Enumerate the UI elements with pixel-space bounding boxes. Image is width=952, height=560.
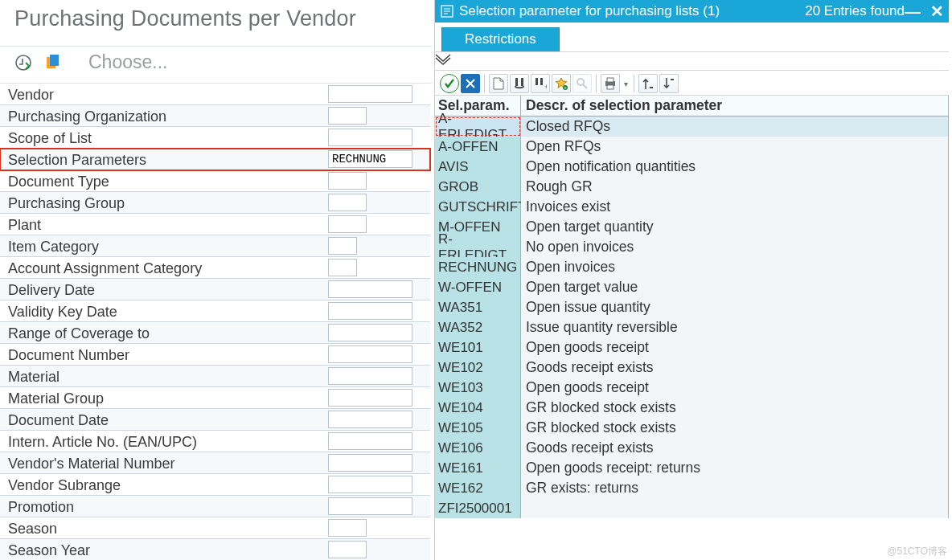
form-row: Delivery Date xyxy=(0,279,430,300)
form-label: Range of Coverage to xyxy=(0,324,328,342)
search-help-icon xyxy=(440,4,454,18)
svg-rect-6 xyxy=(536,78,538,85)
table-row[interactable]: WE161Open goods receipt: returns xyxy=(435,458,949,478)
svg-text:+: + xyxy=(544,83,547,90)
form-label: Delivery Date xyxy=(0,280,328,299)
form-input[interactable] xyxy=(328,476,412,493)
restrictions-hide-handle[interactable] xyxy=(435,52,949,65)
table-row[interactable]: A-ERLEDIGTClosed RFQs xyxy=(435,116,949,137)
page-title: Purchasing Documents per Vendor xyxy=(0,0,432,46)
variant-icon[interactable] xyxy=(43,54,61,72)
form-input-wrap xyxy=(328,300,425,321)
find-icon[interactable] xyxy=(510,74,529,93)
form-label: Document Type xyxy=(0,172,328,190)
table-row[interactable]: RECHNUNGOpen invoices xyxy=(435,257,949,277)
form-input[interactable] xyxy=(328,280,412,298)
form-row: Plant xyxy=(0,214,430,235)
cell-selparam: WE162 xyxy=(435,478,521,498)
form-row: Purchasing Organization xyxy=(0,105,430,127)
form-input[interactable] xyxy=(328,454,412,472)
table-row[interactable]: WE105GR blocked stock exists xyxy=(435,418,949,438)
form-label: Validity Key Date xyxy=(0,302,328,321)
cell-description: Open target quantity xyxy=(521,217,949,237)
table-row[interactable]: AVISOpen notification quantities xyxy=(435,157,949,177)
form-input[interactable] xyxy=(328,129,412,146)
form-label: Promotion xyxy=(0,497,328,516)
tab-restrictions[interactable]: Restrictions xyxy=(441,27,560,51)
print-dropdown-icon[interactable]: ▾ xyxy=(622,80,630,88)
form-input[interactable] xyxy=(328,367,412,385)
form-input[interactable] xyxy=(328,150,412,168)
new-document-icon[interactable] xyxy=(489,74,508,93)
accept-button[interactable] xyxy=(440,74,459,93)
cell-description: Open notification quantities xyxy=(521,157,949,177)
print-icon[interactable] xyxy=(601,74,620,93)
form-input[interactable] xyxy=(328,302,412,320)
cell-description: Goods receipt exists xyxy=(521,438,949,458)
cell-selparam: A-ERLEDIGT xyxy=(435,116,521,137)
form-input[interactable] xyxy=(328,324,412,341)
find-next-icon[interactable]: + xyxy=(531,74,550,93)
form-label: Account Assignment Category xyxy=(0,259,328,277)
svg-rect-15 xyxy=(650,87,653,88)
svg-rect-13 xyxy=(607,78,613,82)
form-input[interactable] xyxy=(328,172,367,190)
form-input[interactable] xyxy=(328,85,412,103)
table-row[interactable]: GROBRough GR xyxy=(435,177,949,197)
form-input[interactable] xyxy=(328,215,367,233)
separator xyxy=(634,75,634,92)
table-row[interactable]: WE102Goods receipt exists xyxy=(435,358,949,378)
table-row[interactable]: WE162GR exists: returns xyxy=(435,478,949,498)
table-row[interactable]: WE104GR blocked stock exists xyxy=(435,398,949,418)
cell-selparam: AVIS xyxy=(435,157,521,177)
personal-list-icon[interactable] xyxy=(572,74,592,93)
sort-ascending-icon[interactable] xyxy=(638,74,658,93)
form-label: Item Category xyxy=(0,237,328,255)
form-input[interactable] xyxy=(328,519,367,537)
cell-selparam: WE102 xyxy=(435,358,521,378)
form-input[interactable] xyxy=(328,237,357,255)
cell-description: Goods receipt exists xyxy=(521,358,949,378)
table-row[interactable]: GUTSCHRIFTInvoices exist xyxy=(435,197,949,217)
col-description[interactable]: Descr. of selection parameter xyxy=(521,96,949,116)
choose-button[interactable]: Choose... xyxy=(88,51,167,73)
table-row[interactable]: WE101Open goods receipt xyxy=(435,337,949,358)
table-row[interactable]: ZFI2500001 xyxy=(435,498,949,518)
sort-descending-icon[interactable] xyxy=(659,74,679,93)
cell-description: GR blocked stock exists xyxy=(521,398,949,418)
table-row[interactable]: WE106Goods receipt exists xyxy=(435,438,949,458)
favorite-icon[interactable]: + xyxy=(552,74,571,93)
form-input-wrap xyxy=(328,387,425,408)
table-row[interactable]: W-OFFENOpen target value xyxy=(435,277,949,297)
form-input[interactable] xyxy=(328,389,412,407)
table-row[interactable]: A-OFFENOpen RFQs xyxy=(435,137,949,157)
cell-selparam: R-ERLEDIGT xyxy=(435,237,521,257)
cell-description: Open goods receipt xyxy=(521,337,949,358)
form-input[interactable] xyxy=(328,345,412,363)
table-row[interactable]: WA351Open issue quantity xyxy=(435,297,949,317)
toolbar-left: Choose... xyxy=(0,47,432,84)
cell-description: Invoices exist xyxy=(521,197,949,217)
page-title-bar: Purchasing Documents per Vendor xyxy=(0,0,432,47)
table-row[interactable]: R-ERLEDIGTNo open invoices xyxy=(435,237,949,257)
table-row[interactable]: WA352Issue quantity reversible xyxy=(435,317,949,337)
table-row[interactable]: WE103Open goods receipt xyxy=(435,378,949,398)
cell-description: Open invoices xyxy=(521,257,949,277)
form-input[interactable] xyxy=(328,194,367,211)
form-label: Vendor's Material Number xyxy=(0,454,328,472)
execute-icon[interactable] xyxy=(14,54,32,72)
form-input[interactable] xyxy=(328,259,357,276)
form-input-wrap xyxy=(328,322,425,343)
form-input[interactable] xyxy=(328,497,412,515)
close-icon[interactable]: ✕ xyxy=(930,2,944,21)
form-input[interactable] xyxy=(328,411,412,428)
form-row: Season xyxy=(0,517,430,539)
cancel-button[interactable] xyxy=(461,74,480,93)
minimize-icon[interactable]: — xyxy=(905,2,921,21)
separator xyxy=(484,75,485,92)
form-input[interactable] xyxy=(328,107,367,125)
form-input[interactable] xyxy=(328,541,367,558)
form-label: Vendor xyxy=(0,85,328,104)
form-input-wrap xyxy=(328,496,425,517)
form-input[interactable] xyxy=(328,432,412,450)
